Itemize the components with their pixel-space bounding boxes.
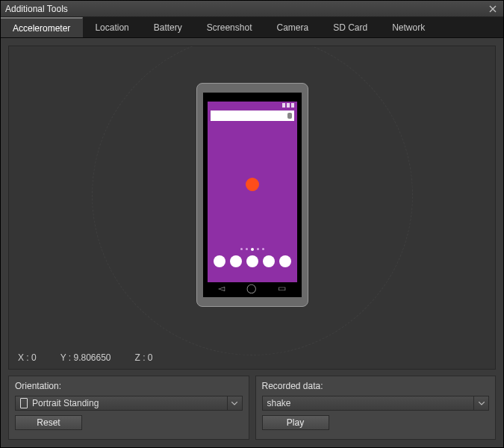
recorded-data-select[interactable]: shake — [262, 396, 490, 411]
bottom-panels: Orientation: Portrait Standing Reset Rec… — [8, 376, 496, 440]
tab-bar: Accelerometer Location Battery Screensho… — [1, 17, 503, 38]
device-screen — [208, 102, 297, 282]
dock-app-icon — [214, 255, 225, 267]
gravity-indicator-icon — [246, 178, 259, 191]
dock-app-icon — [246, 255, 258, 267]
accelerometer-preview[interactable]: ◅ ◯ ▭ X : 0 Y : 9.806650 Z : 0 — [8, 46, 496, 370]
recorded-data-panel: Recorded data: shake Play — [255, 376, 497, 440]
android-nav-bar: ◅ ◯ ▭ — [208, 282, 297, 294]
device-frame: ◅ ◯ ▭ — [203, 93, 302, 297]
orientation-select[interactable]: Portrait Standing — [15, 396, 243, 411]
mic-icon — [287, 113, 292, 119]
recent-icon: ▭ — [278, 284, 286, 293]
home-icon: ◯ — [246, 284, 256, 293]
dock-app-icon — [230, 255, 242, 267]
dock-app-icon — [279, 255, 291, 267]
app-dock — [208, 255, 297, 267]
recorded-data-selected: shake — [267, 398, 291, 408]
window-title: Additional Tools — [5, 4, 487, 14]
status-bar — [208, 102, 297, 109]
tab-label: Location — [95, 22, 128, 33]
tab-label: Camera — [276, 22, 308, 33]
back-icon: ◅ — [218, 284, 225, 293]
portrait-icon — [20, 398, 28, 408]
search-widget — [211, 111, 294, 121]
tab-label: Network — [392, 22, 425, 33]
reset-button-label: Reset — [37, 417, 60, 428]
device-mockup[interactable]: ◅ ◯ ▭ — [196, 83, 308, 307]
tab-location[interactable]: Location — [83, 17, 141, 37]
play-button[interactable]: Play — [262, 415, 329, 430]
readout-x: X : 0 — [18, 352, 37, 363]
tab-battery[interactable]: Battery — [142, 17, 195, 37]
tab-screenshot[interactable]: Screenshot — [195, 17, 265, 37]
content-area: ◅ ◯ ▭ X : 0 Y : 9.806650 Z : 0 Orientati… — [1, 38, 503, 447]
chevron-down-icon — [227, 396, 242, 410]
tab-accelerometer[interactable]: Accelerometer — [1, 17, 83, 37]
orientation-selected: Portrait Standing — [32, 398, 99, 408]
orientation-panel: Orientation: Portrait Standing Reset — [8, 376, 249, 440]
tab-camera[interactable]: Camera — [264, 17, 321, 37]
tab-network[interactable]: Network — [380, 17, 438, 37]
xyz-readout: X : 0 Y : 9.806650 Z : 0 — [18, 352, 153, 363]
tab-label: Battery — [154, 22, 182, 33]
orientation-label: Orientation: — [15, 381, 243, 391]
dock-app-icon — [263, 255, 275, 267]
tab-label: SD Card — [333, 22, 367, 33]
play-button-label: Play — [287, 417, 304, 428]
tab-label: Screenshot — [207, 22, 252, 33]
readout-z: Z : 0 — [135, 352, 153, 363]
recorded-data-label: Recorded data: — [262, 381, 490, 391]
additional-tools-window: Additional Tools Accelerometer Location … — [0, 0, 504, 448]
readout-y: Y : 9.806650 — [60, 352, 111, 363]
chevron-down-icon — [473, 396, 488, 410]
tab-sd-card[interactable]: SD Card — [321, 17, 380, 37]
reset-button[interactable]: Reset — [15, 415, 82, 430]
page-indicator — [208, 248, 297, 251]
title-bar: Additional Tools — [1, 1, 503, 17]
tab-label: Accelerometer — [13, 23, 70, 34]
close-icon[interactable] — [487, 4, 499, 14]
